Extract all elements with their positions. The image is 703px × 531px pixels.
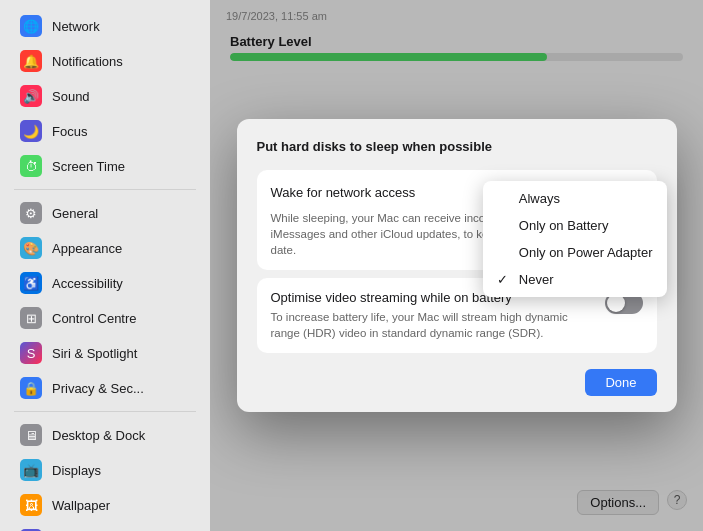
sidebar-item-controlcenter[interactable]: ⊞Control Centre: [6, 301, 204, 335]
sidebar-divider: [14, 411, 196, 412]
sidebar-item-appearance[interactable]: 🎨Appearance: [6, 231, 204, 265]
modal-title: Put hard disks to sleep when possible: [257, 139, 657, 154]
sidebar-label-screentime: Screen Time: [52, 159, 125, 174]
privacy-icon: 🔒: [20, 377, 42, 399]
optimise-content: Optimise video streaming while on batter…: [271, 290, 595, 341]
optimise-desc: To increase battery life, your Mac will …: [271, 309, 595, 341]
accessibility-icon: ♿: [20, 272, 42, 294]
dropdown-option-only-on-battery[interactable]: Only on Battery: [483, 212, 667, 239]
appearance-icon: 🎨: [20, 237, 42, 259]
sidebar-item-accessibility[interactable]: ♿Accessibility: [6, 266, 204, 300]
sidebar-label-desktop: Desktop & Dock: [52, 428, 145, 443]
sidebar-label-notifications: Notifications: [52, 54, 123, 69]
dropdown-option-never[interactable]: ✓Never: [483, 266, 667, 293]
sidebar-label-displays: Displays: [52, 463, 101, 478]
dropdown-option-label: Never: [519, 272, 554, 287]
sidebar: 🌐Network🔔Notifications🔊Sound🌙Focus⏱Scree…: [0, 0, 210, 531]
sidebar-item-general[interactable]: ⚙General: [6, 196, 204, 230]
displays-icon: 📺: [20, 459, 42, 481]
sidebar-label-network: Network: [52, 19, 100, 34]
check-icon: ✓: [497, 272, 511, 287]
general-icon: ⚙: [20, 202, 42, 224]
sidebar-label-general: General: [52, 206, 98, 221]
sidebar-label-wallpaper: Wallpaper: [52, 498, 110, 513]
sidebar-item-notifications[interactable]: 🔔Notifications: [6, 44, 204, 78]
sidebar-label-accessibility: Accessibility: [52, 276, 123, 291]
sidebar-item-network[interactable]: 🌐Network: [6, 9, 204, 43]
controlcenter-icon: ⊞: [20, 307, 42, 329]
sound-icon: 🔊: [20, 85, 42, 107]
sidebar-item-desktop[interactable]: 🖥Desktop & Dock: [6, 418, 204, 452]
dropdown-option-label: Only on Power Adapter: [519, 245, 653, 260]
sidebar-label-appearance: Appearance: [52, 241, 122, 256]
wake-network-title: Wake for network access: [271, 185, 416, 200]
sidebar-item-displays[interactable]: 📺Displays: [6, 453, 204, 487]
sidebar-label-sound: Sound: [52, 89, 90, 104]
modal-footer: Done: [257, 369, 657, 396]
screentime-icon: ⏱: [20, 155, 42, 177]
sidebar-item-privacy[interactable]: 🔒Privacy & Sec...: [6, 371, 204, 405]
dropdown-option-only-on-power-adapter[interactable]: Only on Power Adapter: [483, 239, 667, 266]
dropdown-popup: AlwaysOnly on BatteryOnly on Power Adapt…: [483, 181, 667, 297]
notifications-icon: 🔔: [20, 50, 42, 72]
siri-icon: S: [20, 342, 42, 364]
desktop-icon: 🖥: [20, 424, 42, 446]
sidebar-label-focus: Focus: [52, 124, 87, 139]
sidebar-label-siri: Siri & Spotlight: [52, 346, 137, 361]
sidebar-label-privacy: Privacy & Sec...: [52, 381, 144, 396]
dropdown-option-always[interactable]: Always: [483, 185, 667, 212]
done-button[interactable]: Done: [585, 369, 656, 396]
modal-overlay: Put hard disks to sleep when possible Wa…: [210, 0, 703, 531]
sidebar-label-controlcenter: Control Centre: [52, 311, 137, 326]
sidebar-divider-2: [14, 189, 196, 190]
sidebar-item-screentime[interactable]: ⏱Screen Time: [6, 149, 204, 183]
main-content: 19/7/2023, 11:55 am Battery Level Put ha…: [210, 0, 703, 531]
sidebar-item-siri[interactable]: SSiri & Spotlight: [6, 336, 204, 370]
network-icon: 🌐: [20, 15, 42, 37]
focus-icon: 🌙: [20, 120, 42, 142]
wallpaper-icon: 🖼: [20, 494, 42, 516]
sidebar-item-wallpaper[interactable]: 🖼Wallpaper: [6, 488, 204, 522]
dropdown-option-label: Only on Battery: [519, 218, 609, 233]
dropdown-option-label: Always: [519, 191, 560, 206]
sidebar-item-sound[interactable]: 🔊Sound: [6, 79, 204, 113]
sidebar-item-focus[interactable]: 🌙Focus: [6, 114, 204, 148]
sidebar-item-screensaver[interactable]: ✦Screen Saver: [6, 523, 204, 531]
